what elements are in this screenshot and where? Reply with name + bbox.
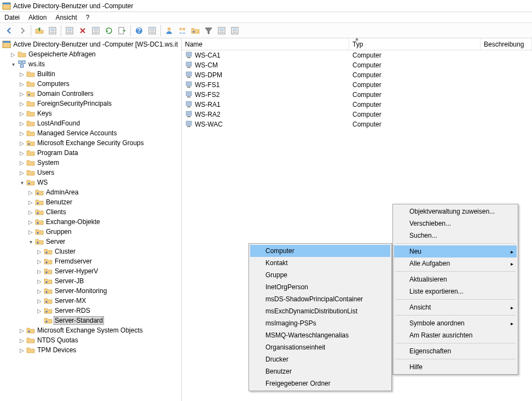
tree-mesg[interactable]: ▷Microsoft Exchange Security Groups (0, 138, 181, 148)
tree-hyperv[interactable]: ▷Server-HyperV (0, 266, 181, 276)
tree-server[interactable]: ▾Server (0, 237, 181, 247)
expander-icon[interactable]: ▷ (26, 199, 35, 205)
expander-icon[interactable]: ▷ (18, 337, 26, 343)
list-row[interactable]: WS-RA1Computer (182, 100, 532, 110)
list-row[interactable]: WS-CA1Computer (182, 50, 532, 60)
expander-icon[interactable]: ▷ (26, 229, 35, 235)
list-row[interactable]: WS-WACComputer (182, 119, 532, 129)
cm-new[interactable]: Neu▸ (394, 245, 517, 257)
cm-move[interactable]: Verschieben... (394, 217, 517, 230)
cm2-imaging[interactable]: msImaging-PSPs (250, 317, 390, 329)
cm2-group[interactable]: Gruppe (250, 269, 390, 281)
tree-monitoring[interactable]: ▷Server-Monitoring (0, 286, 181, 296)
expander-icon[interactable]: ▷ (18, 71, 26, 77)
cm-grid[interactable]: Am Raster ausrichten (394, 329, 517, 341)
tree-ws[interactable]: ▾WS (0, 177, 181, 187)
tree-meso[interactable]: ▷Microsoft Exchange System Objects (0, 325, 181, 335)
menu-action[interactable]: Aktion (28, 14, 47, 21)
cm2-inetorg[interactable]: InetOrgPerson (250, 281, 390, 293)
expander-icon[interactable]: ▷ (18, 130, 26, 136)
cm2-printer[interactable]: Drucker (250, 353, 390, 365)
expander-icon[interactable]: ▷ (18, 170, 26, 176)
expander-icon[interactable]: ▾ (26, 239, 35, 245)
cm2-shadow[interactable]: msDS-ShadowPrincipalContainer (250, 293, 390, 305)
list-row[interactable]: WS-RA2Computer (182, 110, 532, 119)
expander-icon[interactable]: ▷ (26, 219, 35, 225)
expander-icon[interactable]: ▷ (35, 249, 44, 255)
cm-refresh[interactable]: Aktualisieren (394, 273, 517, 285)
expander-icon[interactable]: ▷ (18, 81, 26, 87)
tree-ntds[interactable]: ▷NTDS Quotas (0, 335, 181, 345)
tree-domain[interactable]: ▾ ws.its (0, 59, 181, 69)
expander-icon[interactable]: ▷ (26, 209, 35, 215)
new-group-button[interactable] (176, 25, 188, 37)
tree-mx[interactable]: ▷Server-MX (0, 296, 181, 306)
tree-builtin[interactable]: ▷Builtin (0, 69, 181, 79)
find-objects-button[interactable] (216, 25, 228, 37)
tree-root[interactable]: Active Directory-Benutzer und -Computer … (0, 39, 181, 49)
new-ou-button[interactable] (189, 25, 201, 37)
up-level-button[interactable] (33, 25, 45, 37)
cm2-msmq[interactable]: MSMQ-Warteschlangenalias (250, 329, 390, 341)
cm-delegate[interactable]: Objektverwaltung zuweisen... (394, 205, 517, 217)
cm2-contact[interactable]: Kontakt (250, 257, 390, 269)
add-criteria-button[interactable] (229, 25, 241, 37)
cm-export[interactable]: Liste exportieren... (394, 285, 517, 297)
tree-gruppen[interactable]: ▷Gruppen (0, 227, 181, 237)
cm-help[interactable]: Hilfe (394, 361, 517, 373)
list-row[interactable]: WS-FS2Computer (182, 90, 532, 100)
col-desc[interactable]: Beschreibung (481, 38, 532, 50)
refresh-button[interactable] (103, 25, 115, 37)
tree-saved-queries[interactable]: ▷ Gespeicherte Abfragen (0, 49, 181, 59)
cm-view[interactable]: Ansicht▸ (394, 301, 517, 313)
expander-icon[interactable]: ▷ (18, 150, 26, 156)
col-name[interactable]: Name (182, 38, 349, 50)
tree-rds[interactable]: ▷Server-RDS (0, 306, 181, 316)
expander-icon[interactable]: ▷ (35, 308, 44, 314)
tree-fsp[interactable]: ▷ForeignSecurityPrincipals (0, 99, 181, 108)
tree-fremd[interactable]: ▷Fremdserver (0, 256, 181, 266)
cut-button[interactable] (63, 25, 76, 37)
menu-file[interactable]: Datei (4, 14, 20, 21)
expander-icon[interactable]: ▷ (26, 190, 35, 196)
expander-icon[interactable]: ▷ (9, 51, 18, 58)
tree-adminarea[interactable]: ▷AdminArea (0, 187, 181, 197)
nav-back-button[interactable] (3, 25, 15, 37)
list-row[interactable]: WS-DPMComputer (182, 70, 532, 80)
tree-jb[interactable]: ▷Server-JB (0, 276, 181, 286)
tree-users[interactable]: ▷Users (0, 168, 181, 177)
cm2-ou[interactable]: Organisationseinheit (250, 341, 390, 353)
tree-domain-controllers[interactable]: ▷Domain Controllers (0, 89, 181, 99)
tree-benutzer[interactable]: ▷Benutzer (0, 197, 181, 207)
expander-icon[interactable]: ▷ (35, 278, 44, 284)
cm2-computer[interactable]: Computer (250, 245, 390, 257)
tree-lostfound[interactable]: ▷LostAndFound (0, 118, 181, 128)
menu-view[interactable]: Ansicht (55, 14, 77, 21)
expander-icon[interactable]: ▷ (35, 288, 44, 294)
expander-icon[interactable]: ▷ (18, 347, 26, 353)
cm-alltasks[interactable]: Alle Aufgaben▸ (394, 257, 517, 270)
expander-icon[interactable]: ▷ (18, 140, 26, 146)
cm2-user[interactable]: Benutzer (250, 365, 390, 377)
expander-icon[interactable]: ▷ (18, 111, 26, 117)
cm-properties[interactable]: Eigenschaften (394, 345, 517, 357)
expander-icon[interactable]: ▷ (35, 259, 44, 265)
tree-msa[interactable]: ▷Managed Service Accounts (0, 128, 181, 138)
delete-button[interactable] (77, 25, 89, 37)
tree-tpm[interactable]: ▷TPM Devices (0, 345, 181, 355)
expander-icon[interactable]: ▾ (9, 61, 18, 67)
tree-cluster[interactable]: ▷Cluster (0, 247, 181, 256)
tree-computers[interactable]: ▷Computers (0, 79, 181, 89)
col-type[interactable]: Typ (349, 38, 481, 50)
show-hide-tree-button[interactable] (47, 25, 59, 37)
tree-pane[interactable]: Active Directory-Benutzer und -Computer … (0, 38, 182, 401)
expander-icon[interactable]: ▷ (18, 91, 26, 97)
expander-icon[interactable]: ▷ (18, 101, 26, 107)
expander-icon[interactable]: ▷ (35, 298, 44, 304)
filter-button[interactable] (203, 25, 215, 37)
tree-clients[interactable]: ▷Clients (0, 207, 181, 217)
expander-icon[interactable]: ▷ (18, 121, 26, 127)
resize-handle-icon[interactable]: ▴ (346, 37, 368, 40)
tree-progdata[interactable]: ▷Program Data (0, 148, 181, 158)
expander-icon[interactable]: ▾ (18, 180, 26, 186)
